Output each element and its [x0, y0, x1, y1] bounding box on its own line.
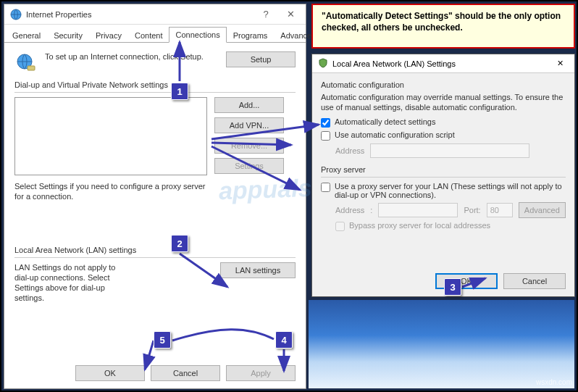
auto-script-input[interactable] [321, 131, 330, 141]
close-button[interactable]: ✕ [278, 6, 303, 23]
ip-tabstrip: General Security Privacy Content Connect… [4, 25, 306, 42]
lan-title: Local Area Network (LAN) Settings [332, 59, 456, 68]
auto-detect-label: Automatically detect settings [335, 117, 435, 126]
settings-button: Settings [214, 158, 284, 174]
remove-button: Remove... [214, 138, 284, 154]
tab-page-connections: To set up an Internet connection, click … [4, 42, 306, 359]
lan-titlebar: Local Area Network (LAN) Settings ✕ [312, 54, 574, 73]
dialup-group-label: Dial-up and Virtual Private Network sett… [14, 80, 296, 89]
select-settings-desc: Select Settings if you need to configure… [14, 181, 210, 202]
add-vpn-button[interactable]: Add VPN... [214, 117, 284, 133]
auto-script-checkbox[interactable]: Use automatic configuration script [321, 130, 566, 141]
ip-title: Internet Properties [26, 10, 92, 19]
proxy-use-checkbox[interactable]: Use a proxy server for your LAN (These s… [321, 182, 566, 199]
tab-security[interactable]: Security [47, 28, 89, 43]
auto-address-input [370, 143, 529, 158]
proxy-address-row: Address: Port: Advanced [335, 202, 566, 218]
ip-apply-button: Apply [226, 365, 296, 381]
proxy-advanced-button: Advanced [519, 202, 566, 218]
auto-detect-checkbox[interactable]: Automatically detect settings [321, 117, 566, 128]
lan-close-button[interactable]: ✕ [550, 59, 570, 68]
proxy-title: Proxy server [321, 165, 566, 174]
tab-general[interactable]: General [6, 28, 47, 43]
proxy-address-label: Address [335, 206, 364, 214]
proxy-port-label: Port: [464, 206, 480, 214]
desktop-background [309, 300, 574, 388]
proxy-port-input [487, 203, 513, 217]
corner-credit: wsxdn.com [536, 378, 572, 386]
lan-settings-dialog: Local Area Network (LAN) Settings ✕ Auto… [311, 54, 575, 297]
proxy-address-input [378, 203, 458, 217]
bypass-label: Bypass proxy server for local addresses [349, 221, 490, 230]
tab-content[interactable]: Content [128, 28, 169, 43]
auto-script-label: Use automatic configuration script [335, 130, 455, 139]
connections-listbox[interactable] [14, 97, 207, 175]
earth-modem-icon [14, 51, 38, 75]
tab-programs[interactable]: Programs [227, 28, 275, 43]
lan-group-label: Local Area Network (LAN) settings [14, 246, 296, 254]
globe-icon [10, 9, 22, 20]
auto-config-desc: Automatic configuration may override man… [321, 92, 566, 113]
ip-ok-button[interactable]: OK [75, 365, 145, 381]
auto-detect-input[interactable] [321, 118, 330, 128]
auto-config-title: Automatic configuration [321, 80, 566, 89]
proxy-use-input[interactable] [321, 183, 330, 192]
bypass-checkbox: Bypass proxy server for local addresses [335, 221, 566, 231]
proxy-use-label: Use a proxy server for your LAN (These s… [335, 182, 566, 199]
bypass-input [335, 222, 345, 231]
lan-cancel-button[interactable]: Cancel [503, 273, 566, 289]
tab-privacy[interactable]: Privacy [89, 28, 128, 43]
ip-cancel-button[interactable]: Cancel [151, 365, 220, 381]
tab-connections[interactable]: Connections [169, 27, 226, 43]
svg-rect-2 [28, 66, 35, 70]
instruction-banner: "Automatically Detect Settings" should b… [311, 4, 575, 49]
setup-desc: To set up an Internet connection, click … [45, 51, 219, 62]
marker-3: 3 [444, 278, 461, 296]
auto-address-field: Address [335, 143, 566, 158]
ip-titlebar: Internet Properties ? ✕ [4, 4, 306, 25]
add-button[interactable]: Add... [214, 97, 284, 113]
marker-5: 5 [154, 331, 171, 349]
marker-1: 1 [171, 83, 188, 100]
shield-icon [318, 58, 328, 70]
marker-2: 2 [171, 235, 188, 252]
lan-group-desc: LAN Settings do not apply to dial-up con… [14, 262, 117, 304]
marker-4: 4 [275, 331, 293, 349]
setup-button[interactable]: Setup [226, 51, 296, 67]
auto-address-label: Address [335, 146, 364, 155]
lan-settings-button[interactable]: LAN settings [220, 262, 296, 278]
help-button[interactable]: ? [254, 6, 278, 23]
